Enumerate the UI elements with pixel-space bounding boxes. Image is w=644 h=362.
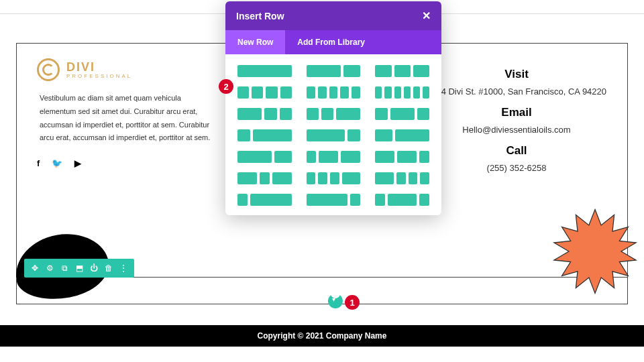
row-layout-option[interactable] — [237, 108, 292, 120]
description-text: Vestibulum ac diam sit amet quam vehicul… — [37, 92, 218, 145]
close-icon[interactable]: ✕ — [422, 9, 431, 22]
row-layout-option[interactable] — [375, 151, 429, 163]
power-icon[interactable]: ⏻ — [87, 261, 101, 275]
visit-heading: Visit — [426, 68, 607, 81]
duplicate-icon[interactable]: ⧉ — [58, 261, 71, 275]
row-layout-option[interactable] — [307, 65, 361, 77]
add-row-button[interactable] — [328, 294, 343, 308]
row-layout-option[interactable] — [237, 172, 292, 184]
tab-new-row[interactable]: New Row — [225, 30, 285, 54]
callout-badge-2: 2 — [219, 79, 233, 94]
visit-text: 1234 Divi St. #1000, San Francisco, CA 9… — [426, 86, 607, 97]
insert-row-modal: Insert Row ✕ New Row Add From Library — [225, 1, 441, 215]
row-layout-option[interactable] — [237, 151, 292, 163]
tab-add-from-library[interactable]: Add From Library — [285, 30, 377, 54]
row-layout-option[interactable] — [307, 108, 361, 120]
youtube-icon[interactable]: ▶ — [74, 158, 81, 168]
row-layout-option[interactable] — [307, 172, 361, 184]
call-text: (255) 352-6258 — [426, 163, 607, 173]
logo-name: DIVI — [66, 61, 132, 73]
save-icon[interactable]: ⬒ — [72, 261, 86, 275]
row-layout-option[interactable] — [237, 65, 292, 77]
row-layout-option[interactable] — [307, 194, 361, 206]
twitter-icon[interactable]: 🐦 — [52, 158, 62, 168]
row-layout-option[interactable] — [375, 108, 429, 120]
email-text: Hello@diviessentialoils.com — [426, 125, 607, 135]
callout-badge-1: 1 — [345, 295, 360, 310]
settings-icon[interactable]: ⚙ — [43, 261, 56, 275]
row-layout-option[interactable] — [375, 65, 429, 77]
row-layout-option[interactable] — [375, 86, 429, 99]
email-heading: Email — [426, 106, 607, 119]
social-icons: f 🐦 ▶ — [37, 158, 218, 168]
row-layout-option[interactable] — [307, 86, 361, 99]
more-icon[interactable]: ⋮ — [117, 261, 130, 275]
modal-title: Insert Row — [236, 11, 284, 21]
row-layout-option[interactable] — [307, 129, 361, 141]
row-layout-option[interactable] — [375, 194, 429, 206]
facebook-icon[interactable]: f — [37, 158, 40, 168]
row-layout-option[interactable] — [237, 129, 292, 141]
logo-sub: PROFESSIONAL — [66, 73, 132, 79]
row-layout-grid — [225, 54, 441, 215]
section-toolbar: ✥ ⚙ ⧉ ⬒ ⏻ 🗑 ⋮ — [24, 259, 134, 278]
copyright-footer: Copyright © 2021 Company Name — [0, 325, 644, 347]
trash-icon[interactable]: 🗑 — [102, 261, 115, 275]
move-icon[interactable]: ✥ — [28, 261, 42, 275]
empty-section[interactable] — [16, 278, 628, 304]
row-layout-option[interactable] — [307, 151, 361, 163]
row-layout-option[interactable] — [375, 129, 429, 141]
row-layout-option[interactable] — [237, 194, 292, 206]
logo: DIVI PROFESSIONAL — [37, 58, 218, 81]
logo-icon — [37, 58, 60, 81]
row-layout-option[interactable] — [237, 86, 292, 99]
call-heading: Call — [426, 144, 607, 158]
row-layout-option[interactable] — [375, 172, 429, 184]
